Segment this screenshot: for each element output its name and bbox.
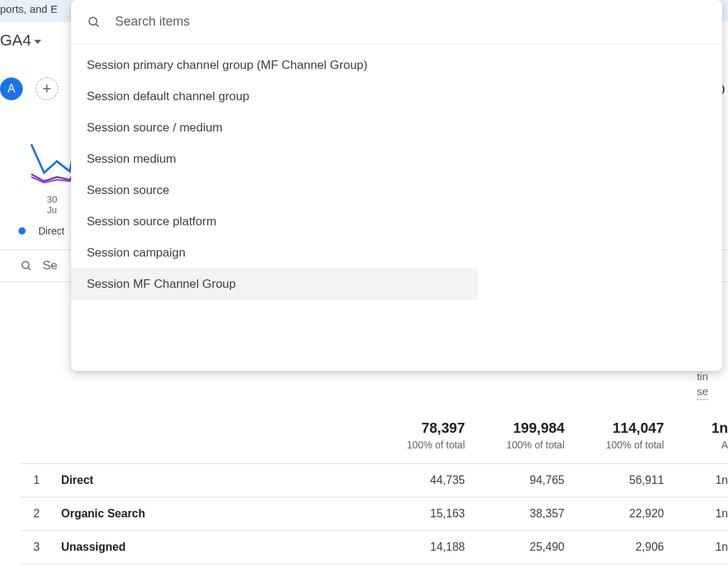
row-metric: 94,765 — [465, 474, 564, 487]
chevron-down-icon — [34, 40, 41, 44]
row-metric: 25,490 — [465, 541, 564, 554]
row-metric: 15,163 — [373, 507, 465, 520]
row-metric: 14,188 — [373, 541, 465, 554]
dimension-option[interactable]: Session primary channel group (MF Channe… — [71, 50, 478, 81]
row-dimension: Organic Search — [61, 507, 373, 520]
table-row[interactable]: 1Direct44,73594,76556,9111n — [20, 464, 728, 497]
row-metric: 44,735 — [373, 474, 465, 487]
svg-line-3 — [96, 23, 99, 26]
dimension-option[interactable]: Session source platform — [71, 206, 478, 237]
legend-dot-icon — [18, 227, 26, 235]
row-metric: 1n — [664, 507, 728, 520]
search-icon — [20, 259, 33, 272]
dimension-option[interactable]: Session source — [71, 175, 478, 206]
dimension-option[interactable]: Session campaign — [71, 237, 478, 269]
row-index: 3 — [20, 541, 61, 554]
dimension-dropdown: Session primary channel group (MF Channe… — [71, 0, 722, 371]
dimension-search-input[interactable] — [115, 14, 707, 29]
row-index: 1 — [20, 474, 61, 487]
segment-chip-all[interactable]: A — [0, 77, 23, 100]
add-segment-button[interactable]: + — [36, 77, 58, 100]
row-metric: 2,906 — [564, 541, 664, 554]
dimension-option[interactable]: Session default channel group — [71, 81, 478, 112]
row-metric: 22,920 — [564, 507, 664, 520]
table-row[interactable]: 2Organic Search15,16338,35722,9201n — [20, 497, 728, 531]
row-metric: 1n — [664, 474, 728, 487]
dimension-option[interactable]: Session MF Channel Group — [71, 269, 478, 300]
svg-line-1 — [28, 267, 31, 270]
property-selector[interactable]: GA4 — [0, 31, 41, 50]
data-table: sessions engage tin se 78,397100% of tot… — [20, 355, 728, 564]
row-metric: 56,911 — [564, 474, 664, 487]
search-icon — [87, 15, 101, 29]
row-metric: 1n — [664, 541, 728, 554]
totals-row: 78,397100% of total 199,984100% of total… — [20, 400, 728, 464]
banner-text: ports, and E — [0, 3, 58, 15]
row-metric: 38,357 — [465, 507, 564, 520]
legend-item: Direct — [38, 225, 65, 237]
row-dimension: Unassigned — [61, 541, 373, 554]
property-label: GA4 — [0, 31, 31, 50]
svg-point-0 — [22, 262, 29, 269]
dimension-option[interactable]: Session source / medium — [71, 112, 478, 144]
table-row[interactable]: 3Unassigned14,18825,4902,9061n — [20, 531, 728, 564]
row-index: 2 — [20, 507, 61, 520]
dimension-option[interactable]: Session medium — [71, 144, 478, 175]
row-dimension: Direct — [61, 474, 373, 487]
svg-point-2 — [89, 17, 97, 25]
table-search-label[interactable]: Se — [43, 259, 58, 273]
